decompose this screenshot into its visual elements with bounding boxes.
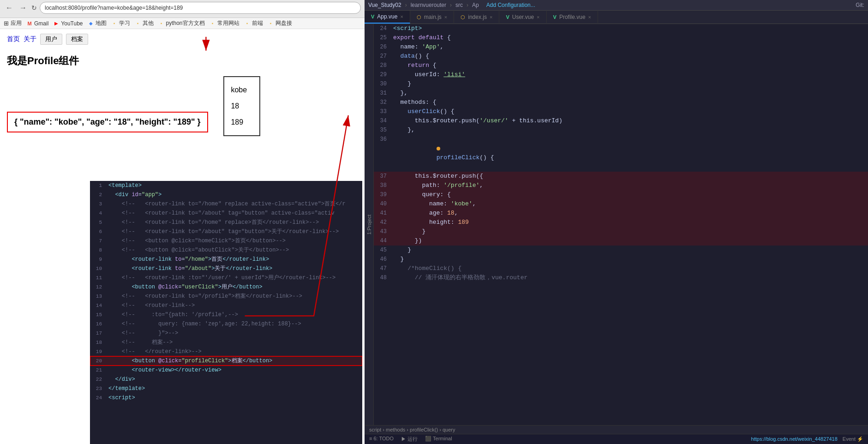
breadcrumb-methods[interactable]: methods	[386, 427, 405, 432]
ide-line-40: 40 name: 'kobe',	[374, 199, 868, 209]
tab-main-js[interactable]: ⬡ main.js ×	[410, 11, 454, 23]
ide-line-46: 46 }	[374, 255, 868, 264]
breadcrumb-bar: script › methods › profileClick() › quer…	[365, 425, 868, 434]
ide-line-44: 44 })	[374, 236, 868, 246]
bookmark-apps[interactable]: ⊞ 应用	[3, 19, 22, 27]
bookmark-common[interactable]: ▪ 常用网站	[210, 19, 239, 27]
js-icon-index: ⬡	[461, 14, 465, 20]
bookmark-study[interactable]: ▪ 学习	[111, 19, 130, 27]
ide-title-sep2: ›	[450, 2, 452, 8]
code-line-15: 15 <!-- :to="{path: '/profile',-->	[90, 310, 362, 319]
tab-index-js-label: index.js	[468, 14, 487, 20]
code-line-13: 13 <!-- <router-link to="/profile">档案</r…	[90, 292, 362, 301]
tab-user-vue-close[interactable]: ×	[537, 14, 539, 20]
maps-icon: ◆	[88, 20, 94, 27]
about-link[interactable]: 关于	[24, 35, 36, 43]
home-link[interactable]: 首页	[7, 35, 20, 43]
data-age-value: 18	[231, 98, 253, 114]
folder-netdisk-icon: ▪	[268, 20, 274, 27]
code-line-20: 20 <button @click="profileClick">档案</but…	[90, 356, 362, 366]
ide-line-47: 47 /*homeClick() {	[374, 264, 868, 273]
profile-title: 我是Profile组件	[0, 49, 365, 72]
back-button[interactable]: ←	[4, 3, 15, 13]
bookmark-netdisk[interactable]: ▪ 网盘接	[268, 19, 292, 27]
forward-button[interactable]: →	[18, 3, 29, 13]
bookmark-maps-label: 地图	[96, 19, 107, 27]
tab-profile-vue-label: Profile.vue	[559, 14, 586, 20]
tab-main-js-label: main.js	[424, 14, 442, 20]
user-button[interactable]: 用户	[40, 34, 62, 45]
ide-line-48: 48 // 涌汗体现的右半格劲散，vue.router	[374, 273, 868, 282]
code-line-10: 10 <router-link to="/about">关于</router-l…	[90, 264, 362, 273]
code-line-4: 4 <!-- <router-link to="/about" tag="but…	[90, 209, 362, 218]
ide-line-34: 34 this.$router.push('/user/' + this.use…	[374, 116, 868, 126]
address-bar[interactable]	[40, 2, 361, 14]
status-todo[interactable]: ≡ 6: TODO	[369, 436, 394, 443]
bookmark-python[interactable]: ▪ python官方文档	[158, 19, 205, 27]
breadcrumb-query[interactable]: query	[443, 427, 455, 432]
gutter-dot-36	[437, 147, 440, 150]
ide-statusbar: ≡ 6: TODO ▶ 运行 ⬛ Terminal https://blog.c…	[365, 434, 868, 444]
tab-index-js-close[interactable]: ×	[490, 14, 492, 20]
bookmark-other[interactable]: ▪ 其他	[135, 19, 154, 27]
code-line-23: 23</template>	[90, 384, 362, 393]
ide-project-sidebar[interactable]: 1:Project	[365, 24, 374, 425]
ide-title-src: src	[455, 2, 463, 8]
tab-main-js-close[interactable]: ×	[444, 14, 447, 20]
ide-line-39: 39 query: {	[374, 190, 868, 199]
project-sidebar-label: 1:Project	[366, 215, 372, 234]
bookmark-youtube-label: YouTube	[61, 20, 83, 27]
status-right: https://blog.csdn.net/weixin_44827418 Ev…	[751, 436, 863, 442]
bookmark-gmail[interactable]: M Gmail	[26, 20, 48, 27]
bookmark-frontend[interactable]: ▪ 前端	[244, 19, 263, 27]
ide-line-38: 38 path: '/profile',	[374, 181, 868, 190]
ide-line-32: 32 methods: {	[374, 98, 868, 107]
js-icon-main: ⬡	[417, 14, 421, 20]
folder-other-icon: ▪	[135, 20, 141, 27]
ide-line-28: 28 return {	[374, 61, 868, 70]
bookmark-maps[interactable]: ◆ 地图	[88, 19, 107, 27]
ide-line-45: 45 }	[374, 246, 868, 255]
status-event: Event ⚡	[843, 436, 863, 442]
status-url: https://blog.csdn.net/weixin_44827418	[751, 436, 838, 442]
data-height-value: 189	[231, 114, 253, 130]
status-terminal[interactable]: ⬛ Terminal	[425, 436, 452, 443]
ide-line-24: 24 <script>	[374, 24, 868, 33]
code-line-18: 18 <!-- 档案-->	[90, 338, 362, 347]
ide-title-ap: Ap	[472, 2, 479, 8]
vue-icon-app: V	[371, 14, 374, 19]
code-line-22: 22 </div>	[90, 375, 362, 384]
code-line-8: 8 <!-- <button @click="aboutClick">关于</b…	[90, 246, 362, 255]
tab-profile-vue[interactable]: V Profile.vue ×	[547, 11, 598, 23]
vue-icon-profile: V	[553, 14, 557, 20]
reload-button[interactable]: ↻	[31, 4, 37, 12]
vue-icon-user: V	[506, 14, 509, 20]
bookmark-youtube[interactable]: ▶ YouTube	[53, 20, 83, 27]
ide-line-42: 42 height: 189	[374, 218, 868, 227]
browser-content: 首页 关于 用户 档案 我是Profile组件 { "name": "kobe"…	[0, 29, 365, 444]
ide-line-36: 36 profileClick() {	[374, 135, 868, 172]
status-run[interactable]: ▶ 运行	[401, 436, 418, 443]
tab-index-js[interactable]: ⬡ index.js ×	[454, 11, 499, 23]
code-line-16: 16 <!-- query: {name: 'zep',age: 22,heig…	[90, 319, 362, 329]
breadcrumb-sep3: ›	[439, 427, 443, 432]
tab-user-vue[interactable]: V User.vue ×	[499, 11, 546, 23]
bookmark-frontend-label: 前端	[252, 19, 263, 27]
ide-title-learnvuerouter: learnvuerouter	[411, 2, 446, 8]
tab-app-vue[interactable]: V App.vue ×	[365, 11, 410, 24]
code-line-11: 11 <!-- <router-link :to="'/user/' + use…	[90, 273, 362, 282]
bookmark-python-label: python官方文档	[166, 19, 205, 27]
code-line-6: 6 <!-- <router-link to="/about" tag="but…	[90, 227, 362, 236]
code-line-1: 1<template>	[90, 181, 362, 190]
breadcrumb-script[interactable]: script	[369, 427, 381, 432]
ide-title-add-config[interactable]: Add Configuration...	[486, 2, 535, 8]
template-editor[interactable]: 1<template> 2 <div id="app"> 3 <!-- <rou…	[90, 181, 362, 444]
breadcrumb-profileclick[interactable]: profileClick()	[410, 427, 438, 432]
tab-app-vue-close[interactable]: ×	[400, 14, 403, 19]
ide-code-area[interactable]: 24 <script> 25 export default { 26 name:…	[374, 24, 868, 425]
ide-line-25: 25 export default {	[374, 33, 868, 42]
browser-nav: ← → ↻	[4, 2, 361, 14]
tab-profile-vue-close[interactable]: ×	[588, 14, 591, 20]
profile-button[interactable]: 档案	[66, 34, 88, 45]
bookmark-other-label: 其他	[143, 19, 154, 27]
